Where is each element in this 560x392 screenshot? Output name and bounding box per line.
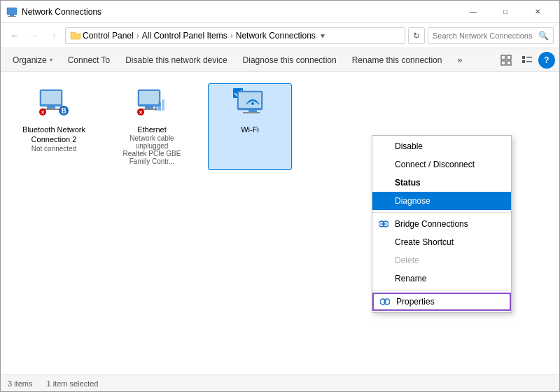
network-item-ethernet[interactable]: ✕ Ethernet Network cable unplugged Realt… [110, 83, 194, 170]
svg-rect-9 [526, 57, 532, 58]
more-toolbar-button[interactable]: » [449, 50, 470, 70]
help-button[interactable]: ? [538, 52, 555, 69]
svg-rect-31 [239, 92, 261, 108]
breadcrumb-sep-1: › [136, 31, 139, 41]
context-menu-shortcut[interactable]: Create Shortcut [372, 233, 511, 251]
network-item-bluetooth[interactable]: ✕ B Bluetooth Network Connection 2 Not c… [12, 83, 96, 170]
context-menu-diagnose[interactable]: Diagnose [372, 192, 511, 210]
svg-rect-1 [10, 15, 14, 16]
details-view-button[interactable] [517, 50, 537, 70]
address-bar: ← → ↑ Control Panel › All Control Panel … [1, 23, 559, 48]
view-grid-icon [500, 55, 512, 66]
svg-rect-21 [139, 91, 159, 104]
network-item-wifi[interactable]: Wi-Fi [208, 83, 292, 170]
svg-rect-7 [507, 61, 511, 65]
ethernet-network-name: Ethernet [137, 125, 167, 134]
minimize-button[interactable]: — [457, 1, 489, 23]
svg-rect-4 [501, 55, 505, 59]
diagnose-button[interactable]: Diagnose this connection [235, 50, 344, 70]
svg-point-32 [251, 102, 254, 105]
svg-rect-8 [522, 56, 525, 59]
svg-rect-2 [8, 16, 16, 17]
close-button[interactable]: ✕ [522, 1, 554, 23]
organize-button[interactable]: Organize ▾ [5, 50, 60, 70]
forward-button[interactable]: → [26, 27, 43, 44]
organize-chevron: ▾ [50, 57, 52, 63]
toolbar-right: ? [496, 50, 555, 70]
ethernet-network-status: Network cable unplugged [115, 134, 189, 150]
window-title: Network Connections [22, 7, 457, 17]
title-bar: Network Connections — □ ✕ [1, 1, 559, 23]
svg-rect-34 [243, 112, 260, 113]
bluetooth-icon-container: ✕ B [37, 88, 71, 122]
context-menu-connect-disconnect[interactable]: Connect / Disconnect [372, 155, 511, 174]
up-button[interactable]: ↑ [46, 27, 62, 44]
address-breadcrumb[interactable]: Control Panel › All Control Panel Items … [65, 27, 405, 44]
view-toggle-button[interactable] [496, 50, 516, 70]
window-controls: — □ ✕ [457, 1, 554, 23]
context-menu-sep-2 [372, 290, 511, 290]
window-icon [6, 6, 18, 18]
maximize-button[interactable]: □ [489, 1, 522, 23]
breadcrumb-part-2: All Control Panel Items [142, 31, 227, 41]
folder-icon [70, 30, 81, 41]
refresh-button[interactable]: ↻ [408, 27, 425, 44]
context-menu-disable[interactable]: Disable [372, 137, 511, 155]
svg-text:✕: ✕ [41, 110, 45, 115]
svg-text:✕: ✕ [139, 110, 143, 115]
toolbar: Organize ▾ Connect To Disable this netwo… [1, 48, 559, 72]
rename-button[interactable]: Rename this connection [344, 50, 450, 70]
svg-rect-27 [158, 102, 161, 111]
bluetooth-computer-icon: ✕ B [37, 88, 71, 116]
bluetooth-network-status: Not connected [31, 145, 77, 153]
svg-rect-5 [507, 55, 511, 59]
bridge-icon [378, 218, 389, 230]
content-area: ✕ B Bluetooth Network Connection 2 Not c… [1, 72, 559, 374]
breadcrumb-dropdown[interactable]: ▾ [317, 27, 328, 44]
svg-point-38 [384, 223, 387, 225]
selection-count: 1 item selected [46, 379, 98, 388]
svg-rect-10 [522, 60, 525, 63]
connect-to-button[interactable]: Connect To [60, 50, 118, 70]
context-menu-rename[interactable]: Rename [372, 270, 511, 288]
context-menu-delete[interactable]: Delete [372, 251, 511, 270]
svg-rect-28 [162, 99, 164, 111]
back-button[interactable]: ← [6, 27, 23, 44]
context-menu: Disable Connect / Disconnect Status Diag… [372, 135, 512, 313]
search-box: 🔍 [428, 27, 554, 44]
context-menu-properties[interactable]: Properties [372, 293, 511, 311]
svg-point-40 [384, 299, 390, 304]
svg-rect-6 [501, 61, 505, 65]
status-bar: 3 items 1 item selected [1, 374, 559, 391]
search-input[interactable] [433, 31, 538, 40]
wifi-computer-icon [233, 88, 272, 122]
svg-rect-26 [155, 105, 158, 111]
svg-rect-11 [526, 61, 532, 62]
wifi-icon-container [233, 88, 267, 122]
breadcrumb-sep-2: › [230, 31, 233, 41]
svg-point-37 [380, 223, 383, 225]
svg-text:B: B [61, 107, 66, 115]
svg-rect-13 [41, 91, 61, 104]
context-menu-sep-1 [372, 212, 511, 213]
context-menu-status[interactable]: Status [372, 174, 511, 192]
ethernet-network-substatus: Realtek PCIe GBE Family Contr... [115, 150, 189, 165]
properties-icon [379, 296, 391, 307]
ethernet-icon-container: ✕ [135, 88, 169, 122]
network-connections-window: Network Connections — □ ✕ ← → ↑ Control … [0, 0, 560, 392]
details-icon [522, 55, 533, 66]
breadcrumb-part-3: Network Connections [236, 31, 316, 41]
svg-rect-0 [7, 8, 17, 15]
item-count: 3 items [8, 379, 32, 388]
ethernet-computer-icon: ✕ [135, 88, 169, 116]
context-menu-bridge[interactable]: Bridge Connections [372, 215, 511, 233]
disable-button[interactable]: Disable this network device [118, 50, 234, 70]
wifi-network-name: Wi-Fi [241, 125, 259, 134]
search-icon: 🔍 [538, 31, 549, 41]
bluetooth-network-name: Bluetooth Network Connection 2 [17, 125, 91, 145]
breadcrumb-part-1: Control Panel [83, 31, 134, 41]
